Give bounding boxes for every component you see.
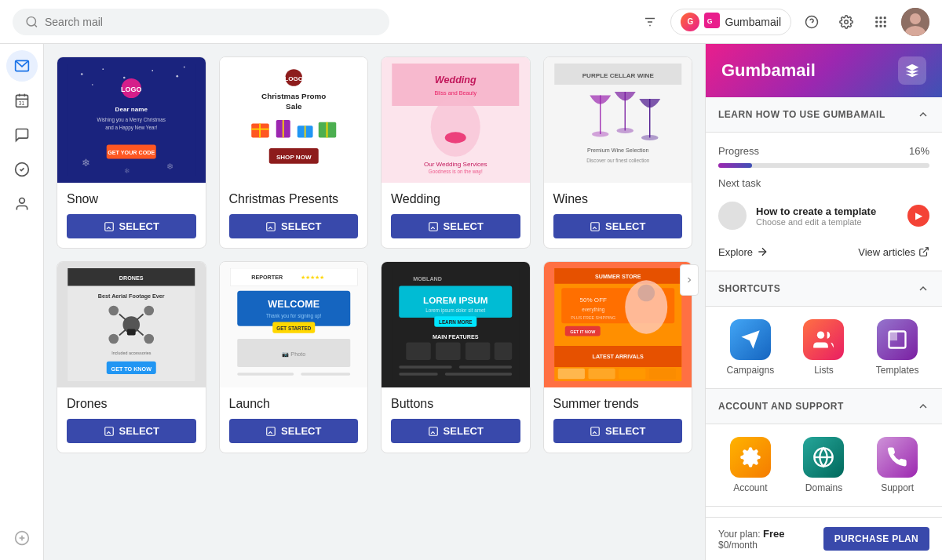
svg-text:GET YOUR CODE: GET YOUR CODE bbox=[108, 149, 155, 156]
progress-text: Progress bbox=[718, 145, 759, 157]
shortcut-campaigns[interactable]: Campaigns bbox=[718, 319, 783, 376]
avatar[interactable] bbox=[901, 8, 929, 36]
template-name-buttons: Buttons bbox=[391, 397, 433, 411]
svg-point-74 bbox=[445, 132, 466, 143]
svg-rect-17 bbox=[880, 24, 882, 27]
sidebar-item-calendar[interactable]: 31 bbox=[6, 85, 38, 116]
svg-line-1 bbox=[35, 24, 37, 27]
svg-text:G: G bbox=[707, 17, 713, 25]
shortcut-templates[interactable]: Templates bbox=[865, 319, 929, 376]
svg-text:Thank you for signing up!: Thank you for signing up! bbox=[265, 313, 321, 319]
sidebar-item-chat[interactable] bbox=[6, 119, 38, 151]
support-icon bbox=[877, 437, 918, 478]
svg-text:Goodness is on the way!: Goodness is on the way! bbox=[429, 169, 483, 175]
shortcut-domains[interactable]: Domains bbox=[792, 437, 856, 493]
template-card-buttons[interactable]: MOBLAND LOREM IPSUM Lorem ipsum dolor si… bbox=[381, 261, 531, 453]
svg-rect-77 bbox=[429, 222, 437, 231]
svg-rect-10 bbox=[875, 16, 878, 19]
select-button-launch[interactable]: SELECT bbox=[229, 419, 359, 443]
svg-text:LOGO: LOGO bbox=[121, 85, 142, 93]
task-play-button[interactable]: ▶ bbox=[907, 205, 929, 227]
next-task-label: Next task bbox=[718, 177, 929, 189]
template-name-launch: Launch bbox=[229, 397, 271, 411]
svg-rect-137 bbox=[445, 373, 513, 376]
learn-section-header[interactable]: LEARN HOW TO USE GUMBAMAIL bbox=[706, 97, 942, 133]
template-card-snow[interactable]: LOGO Dear name Wishing you a Merry Chris… bbox=[57, 56, 206, 249]
shortcuts-section-header[interactable]: SHORTCUTS bbox=[706, 271, 942, 307]
sidebar-item-contacts[interactable] bbox=[6, 188, 38, 220]
shortcut-support[interactable]: Support bbox=[865, 437, 929, 493]
sidebar-item-mail[interactable] bbox=[6, 50, 38, 82]
select-button-christmas[interactable]: SELECT bbox=[229, 214, 359, 238]
svg-point-37 bbox=[152, 70, 153, 71]
task-item: How to create a template Choose and edit… bbox=[718, 195, 929, 236]
select-button-summer[interactable]: SELECT bbox=[553, 419, 683, 443]
campaigns-label: Campaigns bbox=[726, 365, 774, 376]
search-input[interactable] bbox=[45, 16, 377, 28]
purchase-plan-button[interactable]: PURCHASE PLAN bbox=[823, 527, 929, 551]
svg-rect-120 bbox=[301, 373, 350, 376]
settings-icon[interactable] bbox=[832, 8, 860, 36]
shortcut-account[interactable]: Account bbox=[718, 437, 783, 493]
template-card-drones[interactable]: DRONES Best Aerial Footage Ever bbox=[57, 261, 206, 453]
svg-text:SHOP NOW: SHOP NOW bbox=[276, 154, 311, 161]
svg-rect-16 bbox=[875, 24, 878, 27]
svg-rect-134 bbox=[399, 365, 452, 369]
svg-point-159 bbox=[817, 332, 824, 339]
svg-point-147 bbox=[637, 285, 655, 302]
svg-rect-121 bbox=[267, 427, 276, 435]
template-info-christmas: Christmas Presents SELECT bbox=[220, 183, 368, 248]
template-card-wines[interactable]: PURPLE CELLAR WINE Premium Wine Selectio… bbox=[543, 56, 693, 249]
apps-icon[interactable] bbox=[867, 8, 895, 36]
plan-name: Free bbox=[763, 528, 784, 540]
explore-link[interactable]: Explore bbox=[718, 245, 769, 258]
svg-text:Premium Wine Selection: Premium Wine Selection bbox=[586, 147, 648, 154]
sidebar-item-tasks[interactable] bbox=[6, 154, 38, 185]
panel-toggle-button[interactable] bbox=[680, 264, 699, 296]
select-button-wines[interactable]: SELECT bbox=[553, 214, 683, 238]
template-name-wines: Wines bbox=[553, 192, 588, 206]
brand-button[interactable]: G G Gumbamail bbox=[670, 9, 791, 35]
template-card-launch[interactable]: REPORTER ★★★★★ WELCOME Thank you for sig… bbox=[219, 261, 369, 453]
lists-icon bbox=[803, 319, 844, 360]
account-section-header[interactable]: ACCOUNT AND SUPPORT bbox=[706, 389, 942, 424]
template-card-wedding[interactable]: Wedding Bliss and Beauty Our Wedding Ser… bbox=[381, 56, 531, 249]
svg-text:❄: ❄ bbox=[124, 167, 130, 175]
select-button-wedding[interactable]: SELECT bbox=[391, 214, 520, 238]
template-info-buttons: Buttons SELECT bbox=[382, 387, 530, 453]
templates-grid: LOGO Dear name Wishing you a Merry Chris… bbox=[44, 44, 705, 560]
help-icon[interactable] bbox=[798, 8, 826, 36]
svg-text:Bliss and Beauty: Bliss and Beauty bbox=[434, 89, 476, 96]
svg-point-96 bbox=[144, 306, 154, 316]
template-info-wedding: Wedding SELECT bbox=[382, 183, 530, 248]
svg-line-158 bbox=[923, 248, 928, 253]
svg-rect-135 bbox=[459, 365, 513, 369]
shortcut-lists[interactable]: Lists bbox=[792, 319, 856, 376]
svg-text:REPORTER: REPORTER bbox=[251, 274, 283, 281]
svg-point-34 bbox=[81, 73, 83, 75]
select-button-drones[interactable]: SELECT bbox=[67, 419, 196, 443]
template-card-christmas[interactable]: LOGO Christmas Promo Sale bbox=[219, 56, 369, 249]
svg-text:everything: everything bbox=[582, 307, 605, 313]
svg-point-38 bbox=[176, 75, 178, 78]
filter-icon[interactable] bbox=[636, 8, 664, 36]
template-card-summer[interactable]: SUMMER STORE 50% OFF everything PLUS FRE… bbox=[543, 261, 693, 453]
search-icon bbox=[25, 15, 38, 29]
svg-text:Wishing you a Merry Christmas: Wishing you a Merry Christmas bbox=[97, 117, 166, 123]
svg-rect-132 bbox=[466, 343, 491, 361]
search-bar[interactable] bbox=[13, 9, 389, 35]
select-button-buttons[interactable]: SELECT bbox=[391, 419, 520, 443]
select-button-snow[interactable]: SELECT bbox=[67, 214, 196, 238]
svg-rect-133 bbox=[495, 343, 513, 361]
svg-text:❄: ❄ bbox=[82, 158, 90, 169]
view-articles-link[interactable]: View articles bbox=[858, 246, 929, 258]
plan-info: Your plan: Free $0/month bbox=[718, 528, 784, 551]
svg-text:Best Aerial Footage Ever: Best Aerial Footage Ever bbox=[98, 293, 165, 300]
svg-text:★★★★★: ★★★★★ bbox=[301, 274, 324, 281]
template-info-drones: Drones SELECT bbox=[57, 387, 206, 453]
svg-rect-154 bbox=[619, 369, 645, 380]
svg-point-36 bbox=[123, 77, 126, 79]
template-name-wedding: Wedding bbox=[391, 192, 440, 206]
add-app-icon[interactable] bbox=[6, 522, 38, 554]
svg-point-86 bbox=[641, 135, 658, 140]
